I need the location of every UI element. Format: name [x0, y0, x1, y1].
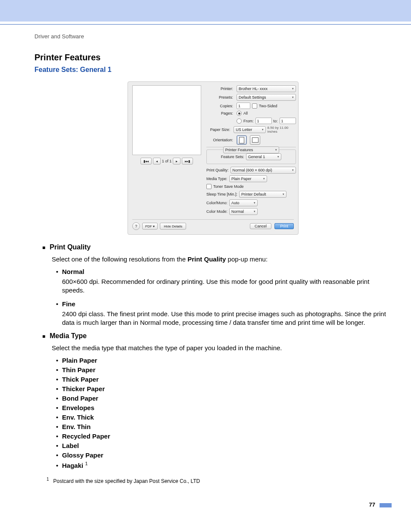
list-item: Normal	[56, 268, 392, 275]
pdf-menu-button[interactable]: PDF ▾	[142, 223, 158, 230]
section-media-type: Media Type	[50, 332, 87, 341]
list-item: Label	[56, 442, 392, 449]
media-type-label: Media Type:	[206, 177, 227, 181]
list-item: Thin Paper	[56, 366, 392, 373]
print-dialog: ▮◂◂ ◂ 1 of 1 ▸ ▸▸▮ Printer:Brother HL- x…	[128, 81, 299, 235]
pages-all-label: All	[243, 111, 248, 115]
footnote: 1Postcard with the size specified by Jap…	[47, 477, 392, 484]
breadcrumb: Driver and Software	[34, 33, 392, 40]
normal-description: 600×600 dpi. Recommended for ordinary pr…	[62, 277, 392, 295]
list-item: Fine	[56, 300, 392, 308]
feature-sets-label: Feature Sets:	[221, 155, 244, 159]
feature-sets-select[interactable]: General 1	[246, 153, 281, 160]
list-item: Env. Thick	[56, 414, 392, 421]
list-item: Plain Paper	[56, 357, 392, 364]
print-button[interactable]: Print	[274, 223, 294, 229]
first-page-button[interactable]: ▮◂◂	[140, 158, 152, 165]
fine-description: 2400 dpi class. The finest print mode. U…	[62, 310, 392, 327]
landscape-icon	[252, 137, 258, 143]
presets-select[interactable]: Default Settings	[237, 94, 296, 101]
list-item: Env. Thin	[56, 423, 392, 430]
list-item: Bond Paper	[56, 395, 392, 402]
printer-select[interactable]: Brother HL- xxxx	[237, 85, 296, 92]
page-subtitle: Feature Sets: General 1	[34, 66, 392, 74]
twosided-checkbox[interactable]	[252, 103, 257, 109]
orientation-portrait-button[interactable]	[237, 135, 247, 145]
print-quality-select[interactable]: Normal (600 × 600 dpi)	[230, 167, 296, 174]
twosided-label: Two-Sided	[259, 104, 277, 108]
orientation-label: Orientation:	[206, 138, 235, 142]
print-preview-canvas	[132, 85, 201, 155]
cancel-button[interactable]: Cancel	[250, 223, 271, 229]
section-select[interactable]: Printer Features	[223, 146, 279, 153]
sleep-time-label: Sleep Time [Min.]:	[206, 192, 237, 196]
print-quality-label: Print Quality:	[206, 168, 229, 172]
color-mode-label: Color Mode:	[206, 209, 227, 214]
color-mode-select[interactable]: Normal	[229, 208, 258, 215]
portrait-icon	[239, 137, 244, 143]
list-item: Thick Paper	[56, 376, 392, 383]
print-preview-pane: ▮◂◂ ◂ 1 of 1 ▸ ▸▸▮	[132, 85, 201, 217]
page-title: Printer Features	[34, 53, 392, 62]
next-page-button[interactable]: ▸	[173, 158, 181, 165]
preview-pager: 1 of 1	[162, 159, 172, 163]
color-mono-select[interactable]: Auto	[229, 199, 258, 206]
pages-range-radio[interactable]	[237, 118, 242, 124]
section-print-quality: Print Quality	[50, 243, 90, 252]
pages-label: Pages:	[206, 111, 235, 115]
printer-features-group: Printer Features Feature Sets:General 1	[206, 149, 296, 164]
mt-intro: Select the media type that matches the t…	[52, 343, 392, 352]
header-band	[0, 0, 411, 22]
media-type-select[interactable]: Plain Paper	[229, 175, 267, 182]
sleep-time-select[interactable]: Printer Default	[239, 191, 286, 198]
presets-label: Presets:	[206, 95, 235, 100]
paper-size-label: Paper Size:	[206, 128, 232, 132]
list-item: Recycled Paper	[56, 432, 392, 440]
pages-from-label: From:	[243, 119, 254, 123]
last-page-button[interactable]: ▸▸▮	[182, 158, 193, 165]
paper-dims-label: 8.50 by 11.00 inches	[268, 126, 296, 134]
media-type-list: Plain PaperThin PaperThick PaperThicker …	[56, 357, 392, 469]
square-bullet-icon: ■	[42, 243, 45, 252]
toner-save-label: Toner Save Mode	[213, 184, 244, 189]
pages-from-input[interactable]: 1	[255, 118, 272, 124]
toner-save-checkbox[interactable]	[206, 184, 212, 189]
hide-details-button[interactable]: Hide Details	[160, 223, 186, 230]
page-number: 77	[34, 501, 392, 508]
list-item: Hagaki 1	[56, 461, 392, 469]
orientation-landscape-button[interactable]	[250, 135, 260, 145]
help-button[interactable]: ?	[132, 222, 140, 230]
list-item: Envelopes	[56, 404, 392, 411]
list-item: Glossy Paper	[56, 451, 392, 459]
paper-size-select[interactable]: US Letter	[234, 126, 265, 133]
pages-to-label: to:	[274, 119, 278, 123]
copies-input[interactable]: 1	[237, 103, 250, 109]
copies-label: Copies:	[206, 104, 235, 108]
list-item: Thicker Paper	[56, 385, 392, 392]
pq-intro: Select one of the following resolutions …	[52, 255, 392, 264]
prev-page-button[interactable]: ◂	[153, 158, 161, 165]
header-rule	[0, 24, 411, 25]
pages-all-radio[interactable]	[237, 111, 242, 116]
square-bullet-icon: ■	[42, 332, 45, 341]
color-mono-label: Color/Mono:	[206, 201, 227, 205]
printer-label: Printer:	[206, 87, 235, 91]
pages-to-input[interactable]: 1	[280, 118, 296, 124]
